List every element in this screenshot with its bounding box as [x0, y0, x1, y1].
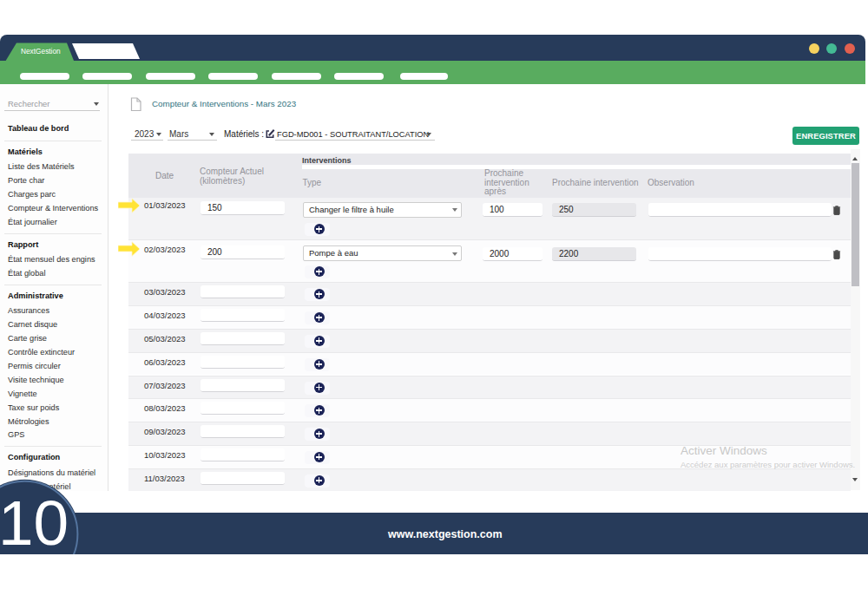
svg-text:10: 10 — [0, 488, 69, 555]
